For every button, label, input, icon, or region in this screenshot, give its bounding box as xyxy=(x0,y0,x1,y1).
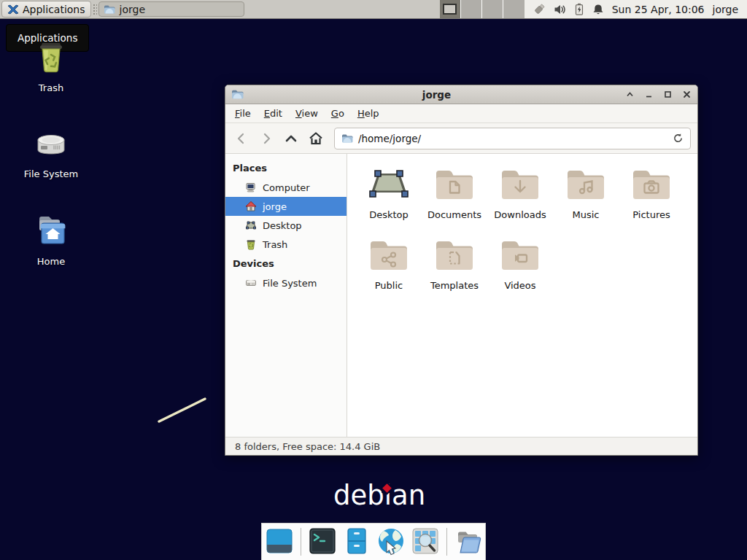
drive-icon xyxy=(245,277,257,289)
app-finder-icon xyxy=(411,526,440,558)
file-tile-videos[interactable]: Videos xyxy=(487,235,553,306)
web-browser-launcher[interactable] xyxy=(376,526,406,557)
menu-go[interactable]: Go xyxy=(325,105,351,122)
desktop-icon-label: Trash xyxy=(39,82,63,93)
file-cabinet-icon xyxy=(342,526,371,558)
sidebar-item-file-system[interactable]: File System xyxy=(225,273,347,292)
usb-device-icon[interactable] xyxy=(533,3,546,15)
workspace-switcher xyxy=(440,0,525,18)
menu-view[interactable]: View xyxy=(289,105,325,122)
file-label: Pictures xyxy=(632,209,670,220)
desktop-icon-trash[interactable]: Trash xyxy=(7,38,95,93)
workspace-1[interactable] xyxy=(440,0,461,18)
status-text: 8 folders, Free space: 14.4 GiB xyxy=(235,441,380,452)
file-tile-templates[interactable]: Templates xyxy=(422,235,487,306)
show-desktop-button[interactable] xyxy=(264,526,295,557)
path-input[interactable]: /home/jorge/ xyxy=(358,133,667,144)
file-label: Videos xyxy=(504,280,535,291)
window-content: Places Computer xyxy=(225,154,697,437)
sidebar-item-label: Computer xyxy=(263,182,310,193)
desktop-icon-file-system[interactable]: File System xyxy=(7,124,95,179)
titlebar[interactable]: jorge xyxy=(225,85,697,104)
shade-button[interactable] xyxy=(625,90,635,99)
sidebar-item-trash[interactable]: Trash xyxy=(225,235,347,254)
workspace-3[interactable] xyxy=(482,0,503,18)
debian-logo: debian xyxy=(333,480,425,513)
applications-menu-button[interactable]: Applications xyxy=(1,1,91,18)
wallpaper-scratch-line xyxy=(153,394,213,429)
path-folder-icon xyxy=(341,133,353,144)
volume-icon[interactable] xyxy=(554,4,566,15)
desktop-icon-home[interactable]: Home xyxy=(7,211,95,267)
app-finder-launcher[interactable] xyxy=(410,526,441,557)
clock[interactable]: Sun 25 Apr, 10:06 xyxy=(612,4,705,15)
hard-drive-icon xyxy=(32,124,70,164)
sidebar-item-label: Trash xyxy=(263,239,287,250)
taskbar-window-button[interactable]: jorge xyxy=(98,1,244,17)
menu-help[interactable]: Help xyxy=(351,105,386,122)
documents-folder-icon xyxy=(433,167,476,204)
panel-handle[interactable] xyxy=(92,3,97,15)
folder-shortcut[interactable] xyxy=(453,526,484,557)
file-label: Downloads xyxy=(494,209,546,220)
desktop-icon-label: File System xyxy=(24,168,78,179)
file-tile-music[interactable]: Music xyxy=(553,164,619,235)
xfce-menu-icon xyxy=(7,4,19,15)
window-title: jorge xyxy=(248,89,625,101)
downloads-folder-icon xyxy=(499,167,541,204)
battery-charging-icon[interactable] xyxy=(574,3,584,15)
file-manager-launcher[interactable] xyxy=(341,526,372,557)
videos-folder-icon xyxy=(499,238,541,275)
up-button[interactable] xyxy=(282,129,301,148)
desktop-special-icon xyxy=(368,167,410,204)
workspace-4[interactable] xyxy=(503,0,525,18)
desktop-icon xyxy=(245,219,257,231)
file-tile-desktop[interactable]: Desktop xyxy=(356,164,422,235)
file-tile-pictures[interactable]: Pictures xyxy=(619,164,684,235)
pictures-folder-icon xyxy=(630,167,673,204)
applications-menu-label: Applications xyxy=(23,4,85,15)
file-label: Documents xyxy=(427,209,481,220)
back-button[interactable] xyxy=(232,129,251,148)
debian-logo-text: debian xyxy=(333,480,425,511)
home-folder-icon xyxy=(32,211,70,252)
sidebar-item-jorge[interactable]: jorge xyxy=(225,197,347,216)
dock-separator xyxy=(301,528,301,556)
workspace-window-thumb xyxy=(443,4,457,15)
trash-icon xyxy=(245,238,257,250)
trash-icon xyxy=(32,38,70,78)
system-tray: Sun 25 Apr, 10:06 jorge xyxy=(525,0,747,18)
show-desktop-icon xyxy=(265,526,294,558)
maximize-button[interactable] xyxy=(663,90,673,99)
computer-icon xyxy=(245,182,257,193)
file-label: Public xyxy=(375,280,403,291)
templates-folder-icon xyxy=(433,238,476,275)
terminal-launcher[interactable] xyxy=(307,526,338,557)
file-label: Music xyxy=(573,209,600,220)
sidebar-item-label: File System xyxy=(263,278,317,289)
sidebar-item-desktop[interactable]: Desktop xyxy=(225,216,347,235)
user-menu[interactable]: jorge xyxy=(713,4,740,15)
menu-file[interactable]: File xyxy=(228,105,258,122)
forward-button[interactable] xyxy=(257,129,276,148)
home-button[interactable] xyxy=(306,129,325,148)
sidebar-places-header: Places xyxy=(225,158,347,178)
path-bar[interactable]: /home/jorge/ xyxy=(334,128,691,149)
notifications-bell-icon[interactable] xyxy=(592,4,604,15)
minimize-button[interactable] xyxy=(644,90,654,99)
taskbar-window-label: jorge xyxy=(120,4,145,15)
menu-edit[interactable]: Edit xyxy=(258,105,289,122)
workspace-2[interactable] xyxy=(461,0,482,18)
file-label: Desktop xyxy=(369,209,409,220)
toolbar: /home/jorge/ xyxy=(225,123,697,154)
files-area[interactable]: Desktop Documents xyxy=(347,154,697,437)
panel-spacer xyxy=(244,0,440,18)
file-tile-downloads[interactable]: Downloads xyxy=(487,164,553,235)
close-button[interactable] xyxy=(682,90,692,99)
file-tile-documents[interactable]: Documents xyxy=(422,164,487,235)
sidebar-item-computer[interactable]: Computer xyxy=(225,178,347,197)
file-manager-window: jorge File Edit View Go Help xyxy=(225,85,698,456)
file-tile-public[interactable]: Public xyxy=(356,235,422,306)
reload-icon[interactable] xyxy=(673,133,684,144)
desktop-icon-label: Home xyxy=(37,256,65,267)
